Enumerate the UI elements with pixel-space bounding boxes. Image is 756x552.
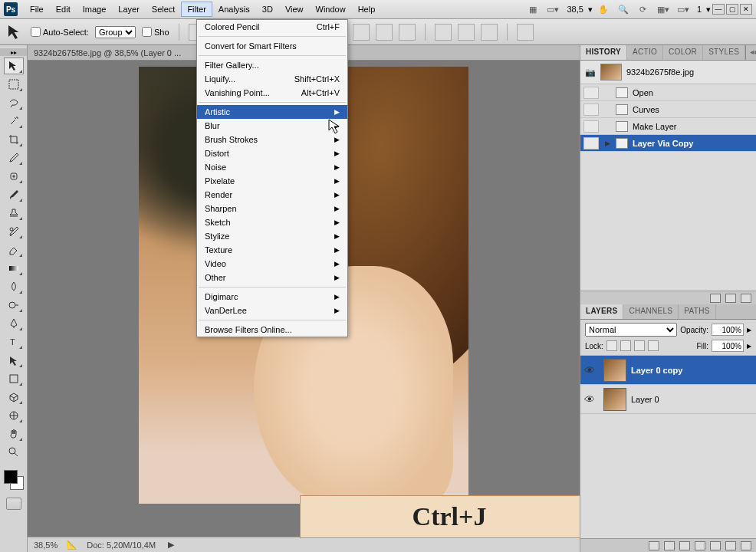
history-brush-tool[interactable] — [4, 223, 24, 240]
3d-tool[interactable] — [4, 389, 24, 406]
screen-mode-icon[interactable]: ▭▾ — [546, 2, 560, 16]
new-doc-from-state-icon[interactable] — [710, 294, 721, 303]
history-tab-color[interactable]: COLOR — [663, 45, 703, 60]
color-swatches[interactable] — [2, 468, 25, 491]
filter-item-vanderlee[interactable]: VanDerLee▶ — [197, 304, 347, 317]
layer-row[interactable]: 👁Layer 0 — [580, 385, 756, 414]
new-group-icon[interactable] — [710, 541, 721, 550]
opacity-input[interactable] — [712, 324, 744, 336]
zoom-icon[interactable]: 🔍 — [616, 2, 630, 16]
menu-image[interactable]: Image — [77, 2, 113, 17]
lock-trans-icon[interactable] — [606, 340, 617, 351]
layer-mask-icon[interactable] — [679, 541, 690, 550]
workspace-num[interactable]: 1 — [697, 5, 702, 14]
history-collapse-icon[interactable]: ◂▸ — [745, 45, 756, 60]
history-state[interactable]: Make Layer — [580, 118, 756, 135]
hand-icon[interactable]: ✋ — [597, 2, 610, 16]
filter-item-vanishing-point-[interactable]: Vanishing Point...Alt+Ctrl+V — [197, 86, 347, 100]
adjustment-layer-icon[interactable] — [695, 541, 705, 550]
lock-pos-icon[interactable] — [634, 340, 645, 351]
layers-tab-channels[interactable]: CHANNELS — [623, 304, 679, 319]
dist-btn-5[interactable] — [458, 24, 475, 41]
filter-item-liquify-[interactable]: Liquify...Shift+Ctrl+X — [197, 72, 347, 86]
menu-view[interactable]: View — [279, 2, 310, 17]
menu-edit[interactable]: Edit — [50, 2, 77, 17]
history-tab-history[interactable]: HISTORY — [580, 45, 627, 60]
dist-btn-4[interactable] — [435, 24, 452, 41]
fill-arrow-icon[interactable]: ▶ — [747, 343, 751, 350]
3d-camera-tool[interactable] — [4, 407, 24, 424]
screen-icon[interactable]: ▭▾ — [676, 2, 690, 16]
arrange-icon[interactable]: ▦▾ — [656, 2, 670, 16]
menu-3d[interactable]: 3D — [256, 2, 279, 17]
filter-item-brush-strokes[interactable]: Brush Strokes▶ — [197, 133, 347, 146]
menu-filter[interactable]: Filter — [181, 2, 212, 17]
menu-window[interactable]: Window — [310, 2, 352, 17]
auto-select-checkbox[interactable]: Auto-Select: — [31, 27, 89, 37]
bridge-icon[interactable]: ▦ — [526, 2, 540, 16]
dist-btn-6[interactable] — [481, 24, 498, 41]
filter-item-render[interactable]: Render▶ — [197, 188, 347, 202]
menu-help[interactable]: Help — [352, 2, 382, 17]
eraser-tool[interactable] — [4, 242, 24, 258]
rotate-icon[interactable]: ⟳ — [636, 2, 650, 16]
layers-tab-paths[interactable]: PATHS — [679, 304, 715, 319]
link-layers-icon[interactable] — [649, 541, 659, 550]
status-arrow-icon[interactable]: ▶ — [168, 540, 174, 550]
lasso-tool[interactable] — [4, 94, 24, 111]
close-button[interactable]: ✕ — [740, 4, 752, 15]
move-tool-icon[interactable] — [6, 23, 25, 41]
menu-select[interactable]: Select — [146, 2, 182, 17]
fill-input[interactable] — [712, 340, 744, 352]
history-snapshot[interactable]: 📷9324b2675f8e.jpg — [580, 61, 756, 84]
filter-item-convert-for-smart-filters[interactable]: Convert for Smart Filters — [197, 39, 347, 53]
layer-fx-icon[interactable] — [664, 541, 675, 550]
hand-tool[interactable] — [4, 426, 24, 442]
lock-image-icon[interactable] — [620, 340, 631, 351]
history-state[interactable]: ▶Layer Via Copy — [580, 135, 756, 152]
heal-tool[interactable] — [4, 168, 24, 185]
filter-item-artistic[interactable]: Artistic▶ — [197, 105, 347, 119]
filter-item-sketch[interactable]: Sketch▶ — [197, 215, 347, 229]
filter-item-blur[interactable]: Blur▶ — [197, 119, 347, 133]
filter-item-pixelate[interactable]: Pixelate▶ — [197, 174, 347, 188]
dist-btn-3[interactable] — [399, 24, 416, 41]
minimize-button[interactable]: — — [712, 4, 725, 15]
show-transform-checkbox[interactable]: Sho — [142, 27, 169, 37]
menu-analysis[interactable]: Analysis — [212, 2, 256, 17]
history-tab-styles[interactable]: STYLES — [703, 45, 745, 60]
history-state[interactable]: Open — [580, 84, 756, 101]
new-layer-icon[interactable] — [725, 541, 736, 550]
history-tab-actio[interactable]: ACTIO — [627, 45, 663, 60]
zoom-value[interactable]: 38,5 — [567, 5, 583, 14]
visibility-eye-icon[interactable]: 👁 — [580, 393, 599, 406]
filter-item-texture[interactable]: Texture▶ — [197, 243, 347, 257]
maximize-button[interactable]: ▢ — [726, 4, 738, 15]
pen-tool[interactable] — [4, 315, 24, 332]
zoom-tool[interactable] — [4, 444, 24, 461]
menu-layer[interactable]: Layer — [112, 2, 146, 17]
brush-tool[interactable] — [4, 186, 24, 203]
filter-item-colored-pencil[interactable]: Colored PencilCtrl+F — [197, 20, 347, 34]
dist-btn-2[interactable] — [376, 24, 393, 41]
delete-layer-icon[interactable] — [741, 541, 751, 550]
dist-btn-1[interactable] — [353, 24, 370, 41]
gradient-tool[interactable] — [4, 260, 24, 277]
shape-tool[interactable] — [4, 370, 24, 387]
new-snapshot-icon[interactable] — [725, 294, 736, 303]
type-tool[interactable]: T — [4, 334, 24, 350]
eyedropper-tool[interactable] — [4, 150, 24, 166]
visibility-eye-icon[interactable]: 👁 — [580, 364, 599, 376]
wand-tool[interactable] — [4, 113, 24, 130]
filter-item-noise[interactable]: Noise▶ — [197, 160, 347, 174]
filter-item-other[interactable]: Other▶ — [197, 271, 347, 284]
filter-item-distort[interactable]: Distort▶ — [197, 146, 347, 160]
opacity-arrow-icon[interactable]: ▶ — [747, 327, 751, 334]
status-zoom[interactable]: 38,5% — [34, 540, 58, 550]
layer-row[interactable]: 👁Layer 0 copy — [580, 356, 756, 385]
lock-all-icon[interactable] — [648, 340, 659, 351]
menu-file[interactable]: File — [24, 2, 50, 17]
filter-item-browse-filters-online-[interactable]: Browse Filters Online... — [197, 323, 347, 337]
filter-item-stylize[interactable]: Stylize▶ — [197, 229, 347, 243]
blend-mode-select[interactable]: Normal — [585, 323, 677, 337]
